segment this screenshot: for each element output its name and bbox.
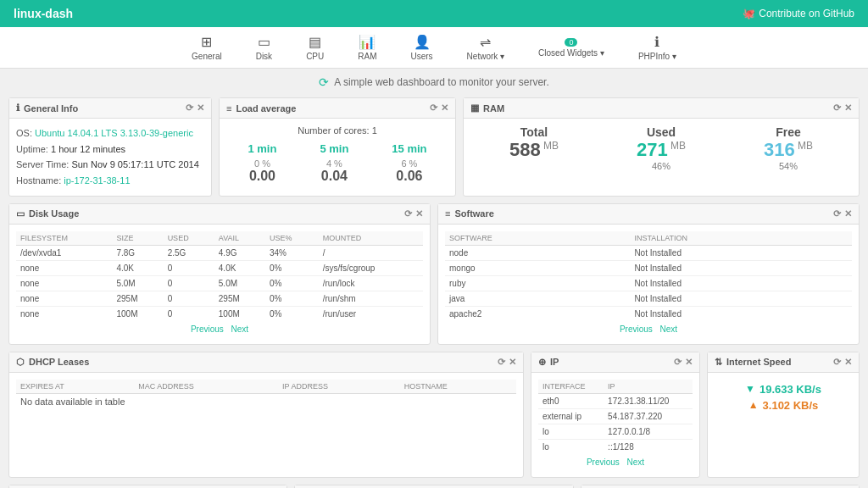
software-table: SOFTWARE INSTALLATION nodeNot Installedm… (445, 231, 852, 321)
ip-prev[interactable]: Previous (587, 458, 620, 467)
pct-15min: 6 % (392, 158, 426, 169)
table-row: none100M0100M0%/run/user (16, 306, 423, 321)
header-left: ℹ General Info (16, 103, 78, 114)
row-3: ⬡ DHCP Leases ⟳ ✕ EXPIRES AT MAC ADDRESS… (8, 352, 860, 478)
ram-icon: ▦ (470, 103, 479, 114)
general-info-header: ℹ General Info ⟳ ✕ (9, 98, 211, 119)
ip-body: INTERFACE IP eth0172.31.38.11/20external… (531, 373, 699, 477)
ram-free: Free 316 MB 54% (764, 125, 813, 171)
close-ram[interactable]: ✕ (844, 103, 852, 114)
sw-col-install: INSTALLATION (630, 231, 852, 246)
software-widget: ≡ Software ⟳ ✕ SOFTWARE INSTALLATION (437, 203, 860, 345)
refresh-software[interactable]: ⟳ (833, 208, 841, 219)
header-left: ⊕ IP (538, 357, 559, 368)
cores-value: 1 (372, 125, 377, 136)
close-inet-speed[interactable]: ✕ (844, 357, 852, 368)
disk-prev[interactable]: Previous (191, 324, 224, 334)
close-dhcp[interactable]: ✕ (509, 357, 516, 368)
close-disk[interactable]: ✕ (415, 208, 423, 219)
ip-table: INTERFACE IP eth0172.31.38.11/20external… (538, 380, 693, 454)
general-info-title: General Info (24, 103, 78, 114)
general-icon: ⊞ (201, 34, 212, 50)
nav-general-label: General (192, 52, 222, 61)
ram-widget: ▦ RAM ⟳ ✕ Total 588 MB Used (463, 97, 860, 197)
software-title: Software (454, 208, 493, 219)
header-left: ▭ Disk Usage (16, 208, 79, 219)
header-left: ⇅ Internet Speed (715, 357, 791, 368)
refresh-disk[interactable]: ⟳ (404, 208, 412, 219)
val-1min: 0.00 (248, 169, 276, 184)
ping-widget: ◎ Ping ⟳ ✕ HOST TIME (IN MS) (294, 485, 573, 488)
disk-usage-widget: ▭ Disk Usage ⟳ ✕ FILESYSTEM SIZE USED AV (8, 203, 431, 345)
close-general-info[interactable]: ✕ (197, 103, 204, 114)
refresh-general-info[interactable]: ⟳ (186, 103, 193, 114)
refresh-ip[interactable]: ⟳ (674, 357, 682, 368)
top-nav: linux-dash 🐙 Contribute on GitHub (0, 0, 868, 27)
close-ip[interactable]: ✕ (685, 357, 693, 368)
ram-controls: ⟳ ✕ (833, 103, 852, 114)
software-pagination: Previous Next (445, 321, 852, 337)
ram-used-value: 271 MB (637, 139, 686, 161)
nav-ram[interactable]: 📊 RAM (351, 32, 383, 63)
close-software[interactable]: ✕ (844, 208, 852, 219)
inet-speed-header: ⇅ Internet Speed ⟳ ✕ (708, 352, 859, 373)
software-body: SOFTWARE INSTALLATION nodeNot Installedm… (438, 225, 859, 344)
load-avg-body: Number of cores: 1 1 min 0 % 0.00 5 min … (220, 119, 455, 191)
dhcp-no-data-row: No data available in table (16, 393, 516, 409)
time-1min: 1 min (248, 142, 276, 155)
bandwidth-widget: ⇌ Bandwidth ⟳ ✕ eth0: rx: 140 tx: 102 (581, 485, 860, 488)
load-15min: 15 min 6 % 0.06 (392, 142, 426, 184)
dhcp-header: ⬡ DHCP Leases ⟳ ✕ (9, 352, 523, 373)
load-cores: Number of cores: 1 (226, 125, 448, 136)
disk-next[interactable]: Next (231, 324, 249, 334)
load-avg-header: ≡ Load average ⟳ ✕ (220, 98, 455, 119)
disk-col-size: SIZE (112, 231, 163, 246)
load-avg-controls: ⟳ ✕ (430, 103, 448, 114)
nav-network[interactable]: ⇌ Network ▾ (460, 32, 511, 63)
dhcp-table: EXPIRES AT MAC ADDRESS IP ADDRESS HOSTNA… (16, 380, 516, 409)
table-row: nodeNot Installed (445, 245, 852, 260)
ram-used: Used 271 MB 46% (637, 125, 686, 171)
subtitle-bar: ⟳ A simple web dashboard to monitor your… (0, 69, 868, 92)
nav-cpu[interactable]: ▤ CPU (299, 32, 331, 63)
github-link[interactable]: 🐙 Contribute on GitHub (743, 8, 854, 19)
ip-col-ip: IP (604, 380, 693, 394)
sw-prev[interactable]: Previous (620, 324, 653, 334)
nav-users[interactable]: 👤 Users (403, 32, 439, 63)
dhcp-widget: ⬡ DHCP Leases ⟳ ✕ EXPIRES AT MAC ADDRESS… (8, 352, 524, 478)
table-row: mongoNot Installed (445, 260, 852, 275)
inet-up-row: ▲ 3.102 KB/s (715, 399, 852, 412)
refresh-load-avg[interactable]: ⟳ (430, 103, 437, 114)
nav-cpu-label: CPU (306, 52, 324, 61)
nav-phpinfo[interactable]: ℹ PHPInfo ▾ (632, 32, 683, 63)
nav-general[interactable]: ⊞ General (185, 32, 229, 63)
refresh-inet-speed[interactable]: ⟳ (833, 357, 841, 368)
ram-title: RAM (483, 103, 504, 114)
table-row: rubyNot Installed (445, 275, 852, 291)
closed-widgets-badge: 0 (565, 38, 577, 47)
load-cols: 1 min 0 % 0.00 5 min 4 % 0.04 15 min 6 %… (226, 142, 448, 184)
inet-speed-widget: ⇅ Internet Speed ⟳ ✕ ▼ 19.633 KB/s ▲ 3.1… (707, 352, 860, 478)
ram-free-value: 316 MB (764, 139, 813, 161)
refresh-all-icon[interactable]: ⟳ (319, 75, 329, 89)
general-info-widget: ℹ General Info ⟳ ✕ OS: Ubuntu 14.04.1 LT… (8, 97, 212, 197)
nav-disk[interactable]: ▭ Disk (249, 32, 279, 63)
phpinfo-icon: ℹ (654, 34, 659, 50)
refresh-ram[interactable]: ⟳ (833, 103, 841, 114)
ram-header: ▦ RAM ⟳ ✕ (464, 98, 859, 119)
ip-header: ⊕ IP ⟳ ✕ (531, 352, 699, 373)
refresh-dhcp[interactable]: ⟳ (498, 357, 505, 368)
general-info-body: OS: Ubuntu 14.04.1 LTS 3.13.0-39-generic… (9, 119, 211, 196)
load-avg-widget: ≡ Load average ⟳ ✕ Number of cores: 1 1 … (219, 97, 456, 197)
close-load-avg[interactable]: ✕ (441, 103, 448, 114)
sw-next[interactable]: Next (660, 324, 678, 334)
disk-col-mounted: MOUNTED (319, 231, 423, 246)
ram-used-label: Used (637, 125, 686, 139)
header-left: ≡ Software (445, 208, 494, 219)
ip-next[interactable]: Next (627, 458, 645, 467)
nav-closed-widgets[interactable]: 0 Closed Widgets ▾ (531, 36, 611, 59)
pct-5min: 4 % (320, 158, 348, 169)
dhcp-col-expires: EXPIRES AT (16, 380, 134, 394)
header-left: ≡ Load average (226, 103, 296, 114)
inet-up-value: 3.102 KB/s (763, 399, 819, 412)
